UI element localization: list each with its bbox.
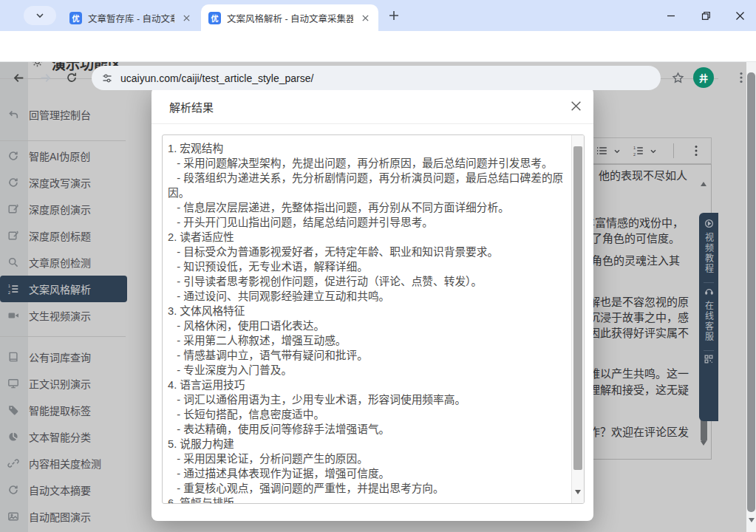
forward-button[interactable] xyxy=(34,66,56,89)
result-textarea[interactable]: 1. 宏观结构 - 采用问题解决型架构，先提出问题，再分析原因，最后总结问题并引… xyxy=(162,134,585,504)
site-favicon: 优 xyxy=(69,12,82,24)
browser-tab-active[interactable]: 优 文案风格解析 - 自动文章采集器 xyxy=(201,4,378,31)
tab-close-icon[interactable] xyxy=(180,12,192,24)
tab-title: 文章暂存库 - 自动文章采集器-优 xyxy=(88,11,174,25)
window-restore-button[interactable] xyxy=(689,0,722,31)
bookmark-star-icon[interactable] xyxy=(667,66,689,89)
close-icon[interactable] xyxy=(568,98,584,114)
browser-tab-bar: 优 文章暂存库 - 自动文章采集器-优 优 文案风格解析 - 自动文章采集器 xyxy=(0,0,756,31)
result-content: 1. 宏观结构 - 采用问题解决型架构，先提出问题，再分析原因，最后总结问题并引… xyxy=(168,141,572,504)
result-scrollbar-thumb[interactable] xyxy=(573,146,582,470)
tab-title: 文案风格解析 - 自动文章采集器 xyxy=(227,11,353,25)
parse-result-dialog: 解析结果 1. 宏观结构 - 采用问题解决型架构，先提出问题，再分析原因，最后总… xyxy=(151,87,593,521)
back-button[interactable] xyxy=(7,66,30,89)
window-close-button[interactable] xyxy=(723,0,756,31)
site-favicon: 优 xyxy=(208,12,221,24)
profile-avatar[interactable]: 井 xyxy=(693,67,714,88)
reload-button[interactable] xyxy=(61,66,83,89)
browser-toolbar: ucaiyun.com/caiji/test_article_style_par… xyxy=(0,31,756,62)
site-settings-icon[interactable] xyxy=(101,72,113,84)
result-scrollbar[interactable] xyxy=(571,135,584,503)
dialog-title: 解析结果 xyxy=(169,99,214,115)
new-tab-button[interactable] xyxy=(386,7,402,24)
tab-close-icon[interactable] xyxy=(359,12,371,24)
browser-tab-inactive[interactable]: 优 文章暂存库 - 自动文章采集器-优 xyxy=(62,4,200,31)
window-minimize-button[interactable] xyxy=(655,0,687,31)
page-scrollbar-thumb[interactable] xyxy=(747,72,755,512)
page-scrollbar[interactable] xyxy=(746,62,756,532)
tab-search-button[interactable] xyxy=(24,6,56,25)
browser-menu-icon[interactable] xyxy=(730,66,752,89)
scroll-down-icon[interactable] xyxy=(749,522,755,532)
url-text[interactable]: ucaiyun.com/caiji/test_article_style_par… xyxy=(120,72,313,84)
address-bar[interactable]: ucaiyun.com/caiji/test_article_style_par… xyxy=(92,66,661,90)
dialog-divider xyxy=(151,123,593,124)
